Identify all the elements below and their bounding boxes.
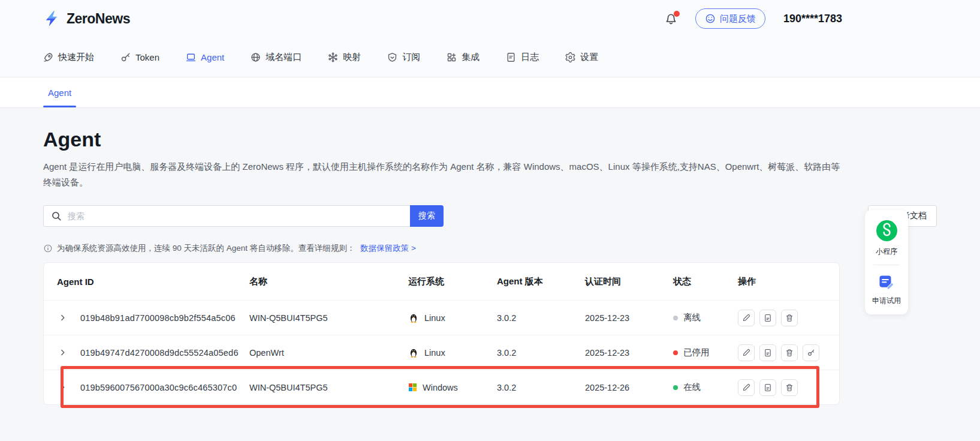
key-sm-icon — [807, 349, 815, 357]
status-badge: 已停用 — [683, 347, 710, 358]
nav-item-快速开始[interactable]: 快速开始 — [43, 52, 94, 63]
blocks-icon — [447, 52, 457, 62]
miniprogram-label: 小程序 — [876, 247, 897, 257]
agent-name: OpenWrt — [249, 348, 408, 358]
windows-icon — [408, 383, 417, 392]
retention-notice: 为确保系统资源高效使用，连续 90 天未活跃的 Agent 将自动移除。查看详细… — [43, 243, 937, 254]
column-header: Agent 版本 — [497, 276, 585, 287]
log-agent-button[interactable] — [759, 310, 776, 326]
edit-icon — [742, 314, 750, 322]
agent-os-label: Windows — [423, 383, 458, 392]
delete-icon — [785, 349, 794, 357]
nav-label: Token — [135, 52, 159, 62]
shield-icon — [387, 52, 397, 62]
nav-label: 集成 — [462, 52, 480, 63]
tab-agent[interactable]: Agent — [43, 77, 76, 107]
column-header: 状态 — [673, 276, 738, 287]
nav-label: 订阅 — [402, 52, 420, 63]
status-cell: 在线 — [673, 382, 738, 393]
toolbar: 搜索 参考文档 — [43, 205, 937, 227]
expand-row-button[interactable] — [57, 382, 70, 393]
data-retention-policy-link[interactable]: 数据保留政策 > — [360, 243, 416, 254]
nav-label: Agent — [201, 52, 224, 62]
actions-cell — [738, 379, 826, 396]
agent-os-label: Linux — [424, 313, 445, 323]
status-badge: 在线 — [683, 382, 701, 393]
agent-name: WIN-Q5BUI4T5PG5 — [249, 383, 408, 392]
agent-id: 019b48b91ad7700098cb9b2f554a5c06 — [80, 313, 249, 323]
brand-name: ZeroNews — [67, 11, 130, 27]
nav-label: 域名端口 — [266, 52, 301, 63]
column-header: 名称 — [249, 276, 408, 287]
side-float-panel: 小程序 申请试用 — [865, 210, 908, 314]
edit-agent-button[interactable] — [738, 379, 755, 396]
nav-label: 设置 — [580, 52, 598, 63]
nav-item-agent[interactable]: Agent — [186, 52, 224, 62]
table-body: 019b48b91ad7700098cb9b2f554a5c06WIN-Q5BU… — [44, 300, 839, 404]
page-description: Agent 是运行在用户电脑、服务器及终端设备上的 ZeroNews 程序，默认… — [43, 159, 842, 190]
nav-item-订阅[interactable]: 订阅 — [387, 52, 420, 63]
agent-os: Linux — [408, 347, 497, 358]
table-row: 019b596007567000a30c9c6c465307c0WIN-Q5BU… — [44, 370, 839, 404]
feedback-button[interactable]: 问题反馈 — [695, 8, 765, 29]
nav-item-token[interactable]: Token — [120, 52, 159, 62]
edit-agent-button[interactable] — [738, 344, 755, 361]
search-input[interactable] — [43, 205, 410, 227]
auth-time: 2025-12-26 — [585, 383, 673, 392]
main-nav: 快速开始TokenAgent域名端口映射订阅集成日志设置 — [0, 37, 980, 77]
zeronews-logo-icon — [43, 10, 61, 28]
edit-icon — [742, 383, 750, 392]
brand[interactable]: ZeroNews — [43, 10, 130, 28]
table-row: 019b49747d4270008d9dc55524a05ed6OpenWrtL… — [44, 335, 839, 370]
file-icon — [506, 52, 516, 62]
globe-icon — [251, 52, 261, 62]
log-agent-button[interactable] — [759, 344, 776, 361]
page: ZeroNews — [0, 0, 980, 405]
actions-cell — [738, 344, 826, 361]
delete-agent-button[interactable] — [781, 379, 798, 396]
nav-item-设置[interactable]: 设置 — [565, 52, 598, 63]
status-dot-icon — [673, 385, 678, 390]
rocket-icon — [43, 52, 53, 62]
edit-agent-button[interactable] — [738, 310, 755, 326]
delete-icon — [785, 383, 794, 392]
chevron-right-icon — [58, 313, 69, 322]
status-dot-icon — [673, 316, 678, 320]
key-agent-button[interactable] — [803, 344, 819, 361]
trial-button[interactable]: 申请试用 — [872, 273, 901, 306]
log-icon — [764, 349, 772, 357]
column-header: 运行系统 — [408, 276, 497, 287]
miniprogram-button[interactable]: 小程序 — [876, 220, 898, 257]
search-icon — [51, 211, 62, 221]
trial-label: 申请试用 — [872, 296, 901, 306]
search-button[interactable]: 搜索 — [410, 205, 444, 227]
feedback-label: 问题反馈 — [720, 13, 756, 25]
agent-os-label: Linux — [424, 348, 445, 358]
trial-icon — [878, 273, 895, 291]
account-phone[interactable]: 190****1783 — [783, 13, 842, 25]
delete-agent-button[interactable] — [781, 310, 798, 326]
table-header: Agent ID名称运行系统Agent 版本认证时间状态操作 — [44, 263, 839, 300]
delete-agent-button[interactable] — [781, 344, 798, 361]
log-agent-button[interactable] — [759, 379, 776, 396]
nav-label: 映射 — [343, 52, 361, 63]
main-content: Agent Agent 是运行在用户电脑、服务器及终端设备上的 ZeroNews… — [0, 128, 980, 405]
nav-item-映射[interactable]: 映射 — [328, 52, 361, 63]
nav-label: 日志 — [521, 52, 539, 63]
subtab-strip: Agent — [0, 77, 980, 108]
nav-item-日志[interactable]: 日志 — [506, 52, 539, 63]
chevron-right-icon — [58, 383, 69, 392]
agent-os: Windows — [408, 383, 497, 392]
expand-row-button[interactable] — [57, 347, 70, 358]
linux-icon — [408, 347, 419, 358]
notification-bell-button[interactable] — [665, 13, 677, 25]
expand-row-button[interactable] — [57, 312, 70, 323]
nav-label: 快速开始 — [58, 52, 94, 63]
agent-id: 019b49747d4270008d9dc55524a05ed6 — [80, 348, 249, 358]
nav-item-域名端口[interactable]: 域名端口 — [251, 52, 301, 63]
notification-dot — [674, 11, 680, 17]
column-header: 操作 — [738, 276, 826, 287]
page-title: Agent — [43, 128, 937, 151]
nav-item-集成[interactable]: 集成 — [447, 52, 480, 63]
agent-os: Linux — [408, 313, 497, 323]
